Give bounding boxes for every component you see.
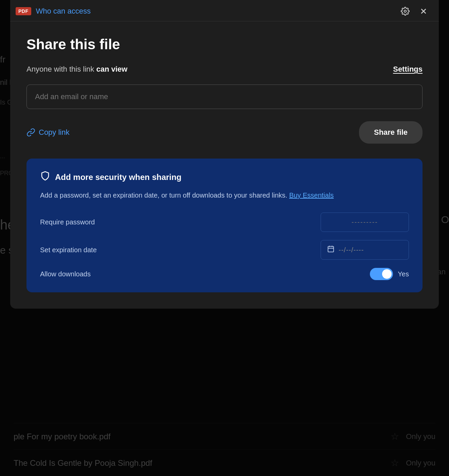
toggle-slider <box>370 268 393 280</box>
link-icon <box>26 128 35 137</box>
downloads-toggle-label: Yes <box>398 270 409 278</box>
pdf-badge: PDF <box>16 7 31 15</box>
modal-title: Share this file <box>26 36 423 53</box>
who-can-access-link[interactable]: Who can access <box>36 7 91 16</box>
calendar-icon <box>327 245 335 255</box>
access-row: Anyone with this link can view Settings <box>26 65 423 74</box>
shield-icon <box>40 171 50 183</box>
downloads-row: Allow downloads Yes <box>40 268 409 280</box>
copy-link-label: Copy link <box>39 128 69 137</box>
toggle-row: Yes <box>370 268 409 280</box>
access-text-prefix: Anyone with this link <box>26 65 96 73</box>
security-description: Add a password, set an expiration date, … <box>40 190 409 200</box>
svg-point-3 <box>404 10 407 13</box>
expiration-date-row: Set expiration date --/--/---- <box>40 240 409 260</box>
modal-content: Share this file Anyone with this link ca… <box>10 21 439 309</box>
svg-rect-6 <box>328 246 334 252</box>
settings-gear-button[interactable] <box>399 5 411 17</box>
settings-button[interactable]: Settings <box>393 65 423 74</box>
modal-top-bar: PDF Who can access <box>10 0 439 21</box>
access-text-bold: can view <box>96 65 127 73</box>
security-header: Add more security when sharing <box>40 171 409 183</box>
modal-top-icons <box>399 5 429 17</box>
password-row: Require password <box>40 213 409 232</box>
modal-top-left: PDF Who can access <box>16 7 91 16</box>
downloads-label: Allow downloads <box>40 270 91 278</box>
date-input-wrapper[interactable]: --/--/---- <box>321 240 409 260</box>
email-input[interactable] <box>26 85 423 109</box>
actions-row: Copy link Share file <box>26 121 423 144</box>
password-label: Require password <box>40 218 95 226</box>
security-card: Add more security when sharing Add a pas… <box>26 159 423 292</box>
password-input[interactable] <box>321 213 409 232</box>
security-title: Add more security when sharing <box>55 172 181 182</box>
share-file-button[interactable]: Share file <box>359 121 423 144</box>
downloads-toggle[interactable] <box>370 268 393 280</box>
close-button[interactable] <box>418 5 429 17</box>
copy-link-button[interactable]: Copy link <box>26 128 69 137</box>
access-description: Anyone with this link can view <box>26 65 127 74</box>
share-modal: PDF Who can access Share this file <box>10 0 439 309</box>
date-placeholder: --/--/---- <box>339 246 364 254</box>
buy-essentials-link[interactable]: Buy Essentials <box>289 191 334 199</box>
expiration-date-label: Set expiration date <box>40 246 97 254</box>
